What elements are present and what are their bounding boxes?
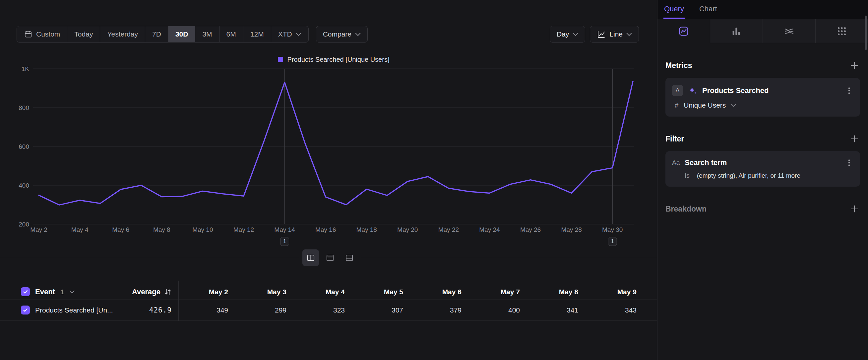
svg-text:600: 600: [19, 143, 29, 150]
filter-operator[interactable]: Is: [685, 172, 690, 179]
layout-split-button[interactable]: [302, 249, 319, 266]
chevron-down-icon: [355, 32, 361, 36]
chevron-down-icon[interactable]: [70, 290, 74, 294]
date-column-header: May 8: [528, 288, 587, 296]
value-cell: 349: [178, 306, 237, 314]
main-area: Custom Today Yesterday 7D 30D 3M 6M 12M …: [0, 0, 657, 360]
svg-text:May 30: May 30: [602, 226, 623, 233]
range-yesterday-button[interactable]: Yesterday: [100, 26, 145, 42]
filter-title: Filter: [665, 135, 684, 143]
average-value-cell: 426.9: [119, 306, 173, 314]
layout-top-button[interactable]: [321, 249, 338, 266]
metric-grid-icon: [837, 26, 847, 36]
layout-bottom-button[interactable]: [341, 249, 358, 266]
aggregation-row: # Unique Users: [672, 101, 854, 109]
scrollbar-thumb[interactable]: [865, 16, 867, 50]
kebab-menu-icon[interactable]: [845, 159, 854, 167]
tab-label: Query: [664, 5, 684, 13]
chart-type-line-tab[interactable]: [657, 19, 710, 43]
value-cell: 299: [237, 306, 295, 314]
aggregation-selector[interactable]: Unique Users: [684, 101, 726, 109]
select-all-checkbox[interactable]: [21, 287, 30, 296]
range-label: 30D: [176, 30, 188, 38]
range-label: XTD: [278, 30, 292, 38]
value-cell: 341: [528, 306, 587, 314]
tab-chart[interactable]: Chart: [699, 0, 718, 19]
query-sidebar: Query Chart: [657, 0, 868, 360]
svg-text:May 24: May 24: [479, 226, 500, 233]
tab-query[interactable]: Query: [663, 0, 685, 19]
layout-top-icon: [326, 253, 335, 262]
layout-bottom-icon: [345, 253, 354, 262]
value-cell: 343: [587, 306, 645, 314]
chart-controls: Day Line: [550, 26, 639, 43]
metrics-title: Metrics: [665, 61, 692, 70]
date-column-header: May 3: [237, 288, 295, 296]
line-chart[interactable]: 2004006008001K11May 2May 4May 6May 8May …: [0, 63, 657, 252]
event-header-cell: Event 1: [0, 287, 119, 296]
average-header-cell[interactable]: Average: [119, 287, 173, 296]
range-7d-button[interactable]: 7D: [145, 26, 168, 42]
range-label: 7D: [152, 30, 161, 38]
range-label: 3M: [202, 30, 212, 38]
event-row-cell: Products Searched [Un...: [0, 306, 119, 314]
filter-property-name[interactable]: Search term: [685, 159, 840, 167]
chevron-down-icon: [626, 32, 632, 36]
filter-section-header: Filter: [665, 133, 860, 144]
sidebar-body: Metrics A Products Searched #: [657, 60, 868, 215]
legend-label: Products Searched [Unique Users]: [287, 56, 390, 63]
date-range-group: Custom Today Yesterday 7D 30D 3M 6M 12M …: [17, 26, 309, 43]
range-6m-button[interactable]: 6M: [219, 26, 243, 42]
add-metric-button[interactable]: [849, 60, 860, 71]
chart-type-flow-tab[interactable]: [763, 19, 815, 43]
range-custom-button[interactable]: Custom: [17, 26, 67, 42]
value-cell: 379: [412, 306, 470, 314]
row-checkbox[interactable]: [21, 306, 30, 314]
range-label: 6M: [226, 30, 236, 38]
string-type-badge: Aa: [672, 159, 680, 166]
metric-name[interactable]: Products Searched: [702, 86, 840, 95]
filter-value[interactable]: (empty string), Air purifier, or 11 more: [697, 172, 800, 179]
sort-icon[interactable]: [164, 288, 172, 296]
svg-text:May 12: May 12: [234, 226, 254, 233]
legend-swatch: [278, 57, 283, 62]
metric-letter-badge: A: [672, 85, 683, 96]
add-breakdown-button[interactable]: [849, 203, 860, 215]
add-filter-button[interactable]: [849, 133, 860, 144]
granularity-label: Day: [557, 30, 569, 38]
range-3m-button[interactable]: 3M: [195, 26, 219, 42]
chart-type-button[interactable]: Line: [590, 26, 639, 43]
filter-condition-row[interactable]: Is (empty string), Air purifier, or 11 m…: [672, 172, 854, 179]
date-column-header: May 5: [353, 288, 412, 296]
compare-button[interactable]: Compare: [316, 26, 368, 43]
svg-text:May 4: May 4: [71, 226, 89, 233]
breakdown-table: Event 1 Average May 2 May 3 May 4 May 5 …: [0, 284, 657, 321]
kebab-menu-icon[interactable]: [845, 86, 854, 95]
table-row: Products Searched [Un... 426.9 349 299 3…: [0, 300, 657, 321]
layout-split-icon: [306, 253, 315, 262]
chevron-down-icon: [296, 32, 301, 36]
range-xtd-button[interactable]: XTD: [271, 26, 308, 42]
event-row-label[interactable]: Products Searched [Un...: [35, 306, 113, 314]
chart-type-grid-tab[interactable]: [815, 19, 868, 43]
bar-chart-icon: [731, 26, 742, 36]
chart-type-label: Line: [610, 30, 623, 38]
range-today-button[interactable]: Today: [67, 26, 100, 42]
metrics-section-header: Metrics: [665, 60, 860, 71]
chevron-down-icon[interactable]: [731, 104, 736, 107]
filter-card[interactable]: Aa Search term Is (empty string), Air pu…: [665, 151, 860, 187]
metric-card[interactable]: A Products Searched # Unique Users: [665, 78, 860, 116]
svg-text:May 28: May 28: [561, 226, 582, 233]
granularity-button[interactable]: Day: [550, 26, 585, 43]
calendar-icon: [24, 30, 32, 38]
aggregation-symbol: #: [675, 102, 678, 109]
line-chart-canvas[interactable]: 2004006008001K11May 2May 4May 6May 8May …: [0, 63, 657, 252]
range-12m-button[interactable]: 12M: [243, 26, 271, 42]
chevron-down-icon: [572, 32, 578, 36]
range-30d-button[interactable]: 30D: [168, 26, 195, 42]
layout-toggle-group: [299, 249, 361, 266]
svg-text:May 6: May 6: [112, 226, 129, 233]
flow-chart-icon: [784, 26, 795, 36]
chart-type-bar-tab[interactable]: [710, 19, 763, 43]
svg-text:1K: 1K: [22, 65, 30, 73]
